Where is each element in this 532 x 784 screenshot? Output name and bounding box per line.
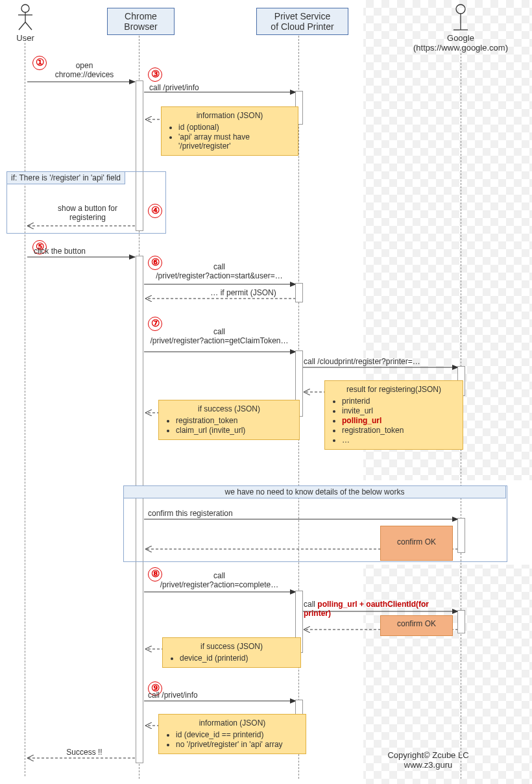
- msg-call-start: call /privet/register?action=start&user=…: [144, 262, 295, 280]
- svg-line-4: [25, 22, 32, 30]
- svg-point-0: [21, 5, 29, 12]
- actor-user-label: User: [9, 33, 42, 43]
- activation-privet-2: [295, 283, 303, 302]
- actor-chrome: Chrome Browser: [107, 8, 175, 35]
- note-if-success-2: if success (JSON) device_id (printerid): [162, 637, 301, 668]
- msg-call-info-1: call /privet/info: [149, 83, 292, 92]
- svg-line-3: [19, 22, 25, 30]
- actor-privet: Privet Service of Cloud Printer: [256, 8, 348, 35]
- confirm-ok-2: confirm OK: [384, 619, 449, 628]
- msg-call-polling: call polling_url + oauthClientId(for pri…: [304, 591, 457, 618]
- fragment-noneed-label: we have no need to know details of the b…: [123, 485, 506, 498]
- note-info-2: information (JSON) id (device_id == prin…: [158, 714, 306, 754]
- actor-privet-label: Privet Service of Cloud Printer: [271, 11, 333, 32]
- actor-user: User: [9, 4, 42, 43]
- actor-google-label: Google (https://www.google.com): [402, 33, 519, 53]
- msg-call-info-2: call /privet/info: [148, 691, 291, 700]
- actor-chrome-label: Chrome Browser: [124, 11, 157, 32]
- msg-click-button: click the button: [34, 247, 131, 256]
- step-3: ③: [148, 67, 162, 82]
- fragment-if-register-label: if: There is '/register' in 'api' field: [6, 171, 125, 184]
- note-result-reg: result for registering(JSON) printerid i…: [324, 380, 463, 450]
- msg-if-permit: … if permit (JSON): [195, 288, 292, 297]
- msg-open-devices: open chrome://devices: [36, 61, 133, 79]
- msg-call-claim: call /privet/register?action=getClaimTok…: [144, 327, 295, 345]
- msg-success: Success !!: [45, 748, 123, 757]
- activation-google-3: [457, 610, 465, 633]
- actor-google: Google (https://www.google.com): [402, 4, 519, 53]
- msg-call-complete: call /privet/register?action=complete…: [144, 571, 295, 589]
- lifeline-user: [25, 43, 25, 776]
- note-if-success-1: if success (JSON) registration_token cla…: [158, 400, 300, 440]
- copyright: Copyright© Zcube LC www.z3.guru: [373, 750, 483, 770]
- confirm-ok-1: confirm OK: [384, 537, 449, 546]
- note-info-1: information (JSON) id (optional) 'api' a…: [161, 106, 298, 156]
- msg-call-cloud-register: call /cloudprint/register?printer=…: [304, 357, 458, 366]
- svg-point-5: [456, 5, 465, 14]
